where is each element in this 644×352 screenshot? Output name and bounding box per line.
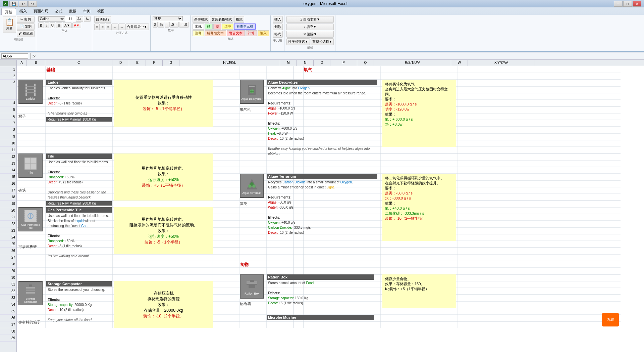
cut-button[interactable]: ✂ 剪切 — [17, 16, 35, 23]
col-header-D[interactable]: D — [112, 60, 129, 66]
formula-input[interactable] — [37, 54, 643, 58]
col-header-H[interactable]: H/I/J/K/L — [179, 60, 280, 66]
col-header-E[interactable]: E — [129, 60, 146, 66]
style-warn[interactable]: 警告文本 — [227, 30, 245, 36]
paste-button[interactable]: 📋粘贴 — [3, 16, 16, 33]
currency-button[interactable]: $ — [153, 22, 158, 28]
row-20[interactable]: 20 — [0, 207, 16, 214]
quick-access-redo[interactable]: ↪ — [28, 1, 37, 7]
align-center[interactable]: ≡ — [100, 24, 105, 30]
row-3[interactable]: 3 — [0, 80, 16, 100]
col-header-B[interactable]: B — [27, 60, 45, 66]
col-header-X[interactable]: X/Y/Z/AA — [468, 60, 535, 66]
row-2[interactable]: 2 — [0, 73, 16, 80]
decimal-increase[interactable]: .0→ — [169, 22, 179, 28]
row-33[interactable]: 33 — [0, 295, 16, 301]
style-normal[interactable]: 常规 — [193, 24, 204, 30]
row-7[interactable]: 7 — [0, 120, 16, 127]
tab-home[interactable]: 开始 — [1, 8, 16, 15]
row-10[interactable]: 10 — [0, 140, 16, 147]
row-32[interactable]: 32 — [0, 288, 16, 295]
style-good[interactable]: 好 — [205, 24, 213, 30]
font-color-button[interactable]: A▼ — [72, 23, 82, 28]
row-38[interactable]: 38 — [0, 328, 16, 335]
row-24[interactable]: 24 — [0, 234, 16, 241]
row-35[interactable]: 35 — [0, 308, 16, 315]
col-header-P[interactable]: P — [330, 60, 357, 66]
wrap-text-button[interactable]: 自动换行 — [94, 16, 111, 23]
col-header-Q[interactable]: Q — [357, 60, 374, 66]
align-left[interactable]: ≡ — [94, 24, 100, 30]
row-34[interactable]: 34 — [0, 301, 16, 308]
row-16[interactable]: 16 — [0, 180, 16, 187]
row-29[interactable]: 29 — [0, 268, 16, 274]
italic-button[interactable]: I — [45, 23, 49, 28]
tab-formula[interactable]: 公式 — [52, 7, 66, 15]
merge-center[interactable]: 合并后居中▼ — [125, 24, 149, 30]
insert-cells-button[interactable]: 插入 — [273, 16, 283, 23]
quick-access-save[interactable]: 💾 — [9, 1, 18, 7]
row-14[interactable]: 14 — [0, 167, 16, 174]
col-header-G[interactable]: G — [163, 60, 179, 66]
row-12[interactable]: 12 — [0, 153, 16, 160]
row-13[interactable]: 13 — [0, 160, 16, 167]
row-36[interactable]: 36 — [0, 315, 16, 321]
row-9[interactable]: 9 — [0, 133, 16, 140]
row-25[interactable]: 25 — [0, 241, 16, 248]
fill-color-button[interactable]: A▼ — [63, 23, 72, 28]
tab-view[interactable]: 视图 — [94, 7, 108, 15]
number-format-select[interactable]: 常规 — [153, 16, 183, 21]
tab-insert[interactable]: 插入 — [16, 7, 30, 15]
col-header-R[interactable]: R/S/T/U/V — [374, 60, 451, 66]
tab-review[interactable]: 审阅 — [80, 7, 94, 15]
font-size-decrease[interactable]: A- — [84, 16, 91, 22]
tab-page-layout[interactable]: 页面布局 — [30, 7, 52, 15]
row-5[interactable]: 5 — [0, 106, 16, 113]
name-box[interactable] — [1, 53, 28, 59]
clear-button[interactable]: ✕ 清除▼ — [286, 31, 334, 38]
format-cells-button[interactable]: 格式 — [273, 31, 283, 38]
underline-button[interactable]: U — [50, 23, 55, 28]
format-painter-button[interactable]: 🖌 格式刷 — [17, 30, 35, 37]
row-37[interactable]: 37 — [0, 321, 16, 328]
font-size-input[interactable] — [66, 17, 75, 21]
row-26[interactable]: 26 — [0, 248, 16, 254]
row-31[interactable]: 31 — [0, 281, 16, 288]
col-header-W[interactable]: W — [451, 60, 468, 66]
font-size-increase[interactable]: A+ — [76, 16, 84, 22]
cell-style-button[interactable]: 格式 — [234, 16, 244, 23]
row-18[interactable]: 18 — [0, 194, 16, 201]
comma-button[interactable]: , — [165, 22, 169, 28]
sort-filter-button[interactable]: 排序和筛选▼ — [286, 38, 310, 45]
row-4[interactable]: 4 — [0, 100, 16, 106]
row-15[interactable]: 15 — [0, 174, 16, 180]
decimal-decrease[interactable]: ←.0 — [179, 22, 189, 28]
tab-data[interactable]: 数据 — [66, 7, 80, 15]
col-header-M[interactable]: M — [280, 60, 297, 66]
font-name-select[interactable]: Calibri — [38, 16, 65, 21]
style-check[interactable]: 检查单元格 — [234, 24, 256, 30]
minimize-button[interactable]: ─ — [614, 1, 623, 7]
row-6[interactable]: 6 — [0, 113, 16, 120]
indent-increase[interactable]: → — [118, 24, 125, 30]
delete-cells-button[interactable]: 删除 — [273, 24, 283, 30]
row-27[interactable]: 27 — [0, 254, 16, 261]
indent-decrease[interactable]: ← — [111, 24, 118, 30]
row-22[interactable]: 22 — [0, 221, 16, 227]
style-neutral[interactable]: 适中 — [222, 24, 233, 30]
col-header-F[interactable]: F — [146, 60, 163, 66]
style-input[interactable]: 输入 — [258, 30, 269, 36]
col-header-A[interactable]: A — [17, 60, 27, 66]
maximize-button[interactable]: □ — [623, 1, 632, 7]
fill-button[interactable]: ↓ 填充▼ — [286, 24, 334, 30]
find-select-button[interactable]: 查找和选择▼ — [311, 38, 334, 45]
row-21[interactable]: 21 — [0, 214, 16, 221]
quick-access-undo[interactable]: ↩ — [19, 1, 28, 7]
row-17[interactable]: 17 — [0, 187, 16, 194]
style-calc[interactable]: 计算 — [246, 30, 257, 36]
autosum-button[interactable]: Σ 自动求和▼ — [286, 16, 334, 23]
row-28[interactable]: 28 — [0, 261, 16, 268]
percent-button[interactable]: % — [158, 22, 164, 28]
close-button[interactable]: ✕ — [633, 1, 641, 7]
copy-button[interactable]: 📄 复制 — [17, 23, 35, 30]
